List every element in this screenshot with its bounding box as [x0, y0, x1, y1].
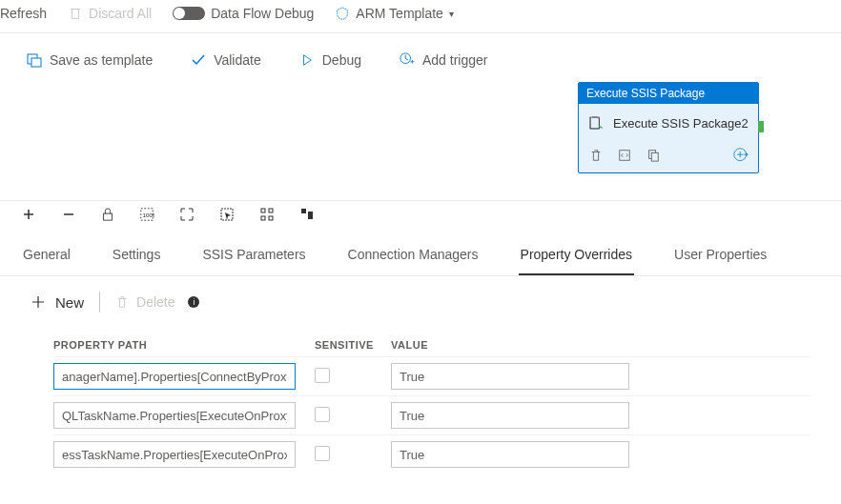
svg-rect-15: [261, 216, 265, 220]
header-value: VALUE: [391, 339, 629, 351]
tab-settings[interactable]: Settings: [111, 241, 163, 275]
separator: [99, 292, 100, 312]
property-path-input[interactable]: [53, 441, 296, 468]
activity-body: Execute SSIS Package2: [579, 104, 758, 142]
refresh-label: Refresh: [0, 6, 47, 21]
svg-rect-14: [269, 209, 273, 212]
table-header: PROPERTY PATH SENSITIVE VALUE: [53, 333, 810, 356]
delete-activity-icon[interactable]: [588, 148, 604, 163]
table-row: [53, 356, 810, 395]
new-button[interactable]: New: [31, 294, 84, 311]
tab-ssis-parameters[interactable]: SSIS Parameters: [200, 241, 307, 275]
add-output-icon[interactable]: [733, 148, 749, 163]
zoom-out-icon[interactable]: [61, 207, 76, 222]
activity-tabs: General Settings SSIS Parameters Connect…: [0, 232, 841, 276]
discard-icon: [68, 6, 83, 21]
add-trigger-label: Add trigger: [422, 52, 487, 68]
add-trigger-icon: [400, 52, 415, 68]
svg-rect-13: [261, 209, 265, 212]
activity-name: Execute SSIS Package2: [613, 116, 749, 131]
arm-template-dropdown[interactable]: ARM Template ▾: [335, 6, 454, 21]
ssis-package-icon: [588, 115, 604, 131]
delete-button[interactable]: Delete: [115, 294, 174, 310]
layout-icon[interactable]: [299, 207, 315, 222]
debug-button[interactable]: Debug: [299, 52, 361, 68]
trash-icon: [115, 295, 129, 309]
activity-success-port[interactable]: [758, 121, 764, 132]
discard-label: Discard All: [89, 6, 152, 21]
svg-text:100%: 100%: [143, 212, 154, 218]
tab-property-overrides[interactable]: Property Overrides: [519, 241, 634, 275]
value-input[interactable]: [391, 402, 629, 429]
svg-rect-18: [308, 212, 313, 219]
new-label: New: [55, 294, 84, 311]
top-menu-bar: Refresh Discard All Data Flow Debug ARM …: [0, 0, 841, 33]
svg-rect-2: [31, 58, 41, 67]
arm-label: ARM Template: [356, 6, 443, 21]
canvas-toolbar: 100%: [0, 201, 841, 232]
value-input[interactable]: [391, 363, 629, 390]
svg-rect-17: [301, 209, 306, 213]
sensitive-checkbox[interactable]: [315, 368, 330, 383]
property-overrides-table: PROPERTY PATH SENSITIVE VALUE: [0, 316, 841, 474]
copy-activity-icon[interactable]: [646, 148, 661, 163]
tab-connection-managers[interactable]: Connection Managers: [346, 241, 481, 275]
discard-all-button[interactable]: Discard All: [68, 6, 152, 21]
select-mode-icon[interactable]: [219, 207, 235, 222]
sensitive-checkbox[interactable]: [315, 446, 330, 461]
validate-icon: [191, 52, 206, 68]
save-as-template-button[interactable]: Save as template: [27, 52, 153, 68]
tab-general[interactable]: General: [21, 241, 72, 275]
fit-to-screen-icon[interactable]: [179, 207, 195, 222]
svg-rect-4: [590, 117, 599, 129]
sensitive-checkbox[interactable]: [315, 407, 330, 422]
refresh-button[interactable]: Refresh: [0, 6, 47, 21]
activity-footer: [579, 142, 758, 172]
lock-icon[interactable]: [101, 208, 114, 221]
save-template-icon: [27, 52, 42, 68]
add-trigger-button[interactable]: Add trigger: [400, 52, 487, 68]
validate-label: Validate: [214, 52, 261, 68]
debug-toggle-label: Data Flow Debug: [211, 6, 314, 21]
zoom-reset-icon[interactable]: 100%: [139, 207, 154, 222]
header-sensitive: SENSITIVE: [315, 339, 391, 351]
debug-play-icon: [299, 52, 315, 68]
property-path-input[interactable]: [53, 363, 296, 390]
code-view-icon[interactable]: [617, 148, 632, 163]
info-icon[interactable]: i: [188, 296, 199, 308]
svg-rect-9: [104, 213, 113, 220]
validate-button[interactable]: Validate: [191, 52, 261, 68]
value-input[interactable]: [391, 441, 629, 468]
arm-icon: [335, 6, 350, 21]
zoom-in-icon[interactable]: [21, 207, 36, 222]
svg-rect-0: [72, 10, 79, 19]
debug-label: Debug: [322, 52, 361, 68]
header-property-path: PROPERTY PATH: [53, 339, 315, 351]
table-row: [53, 395, 810, 434]
toggle-switch[interactable]: [173, 7, 205, 20]
delete-label: Delete: [136, 294, 174, 310]
chevron-down-icon: ▾: [449, 9, 454, 19]
property-path-input[interactable]: [53, 402, 296, 429]
data-flow-debug-toggle[interactable]: Data Flow Debug: [173, 6, 314, 21]
pipeline-canvas[interactable]: Execute SSIS Package Execute SSIS Packag…: [0, 87, 841, 201]
pipeline-action-bar: Save as template Validate Debug Add trig…: [0, 33, 841, 87]
panel-actions: New Delete i: [0, 276, 841, 316]
activity-node[interactable]: Execute SSIS Package Execute SSIS Packag…: [578, 82, 759, 173]
tab-user-properties[interactable]: User Properties: [672, 241, 769, 275]
save-template-label: Save as template: [50, 52, 153, 68]
table-row: [53, 434, 810, 474]
auto-align-icon[interactable]: [259, 207, 275, 222]
svg-rect-7: [651, 152, 658, 161]
activity-type-header: Execute SSIS Package: [579, 83, 758, 104]
svg-rect-16: [269, 216, 273, 220]
plus-icon: [31, 294, 46, 310]
